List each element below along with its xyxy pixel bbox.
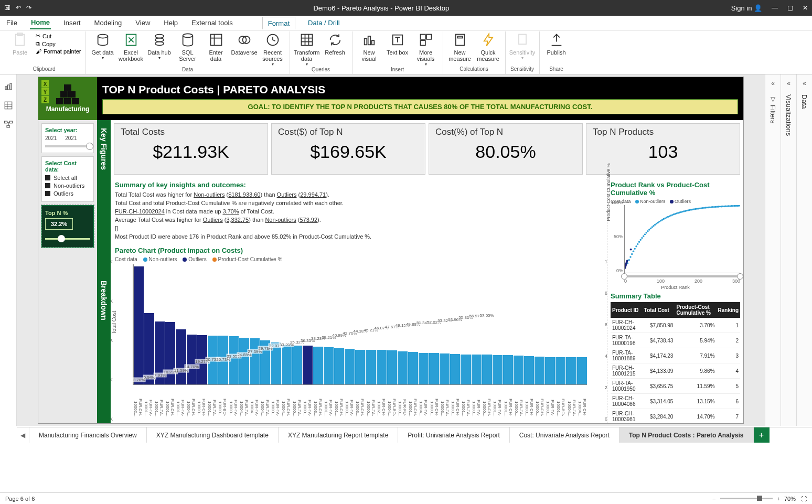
bar[interactable] — [324, 347, 334, 384]
table-row[interactable]: FUR-CH-10004086$3,314.0513.15%6 — [611, 394, 740, 409]
tab-profit-analysis[interactable]: Profit: Univariate Analysis Report — [398, 427, 509, 443]
kpi-cost-pct-top-n[interactable]: Cost(%) of Top N80.05% — [429, 123, 583, 175]
data-view-icon[interactable] — [4, 101, 13, 110]
bar[interactable] — [250, 338, 260, 384]
bar[interactable] — [419, 353, 429, 384]
data-pane-collapsed[interactable]: « Data — [796, 74, 812, 426]
bar[interactable] — [440, 353, 450, 384]
table-row[interactable]: FUR-CH-10002024$7,850.983.70%1 — [611, 318, 740, 333]
bar[interactable] — [313, 347, 323, 384]
table-row[interactable]: FUR-TA-10001932$3,251.2916.23%8 — [611, 424, 740, 426]
bar[interactable] — [535, 357, 544, 384]
tab-scroll-left[interactable]: ◀ — [17, 427, 29, 443]
table-row[interactable]: FUR-CH-10003981$3,284.2014.70%7 — [611, 409, 740, 424]
maximize-icon[interactable]: ▢ — [787, 4, 793, 12]
checkbox-select-all[interactable]: Select all — [45, 175, 90, 181]
zoom-slider[interactable] — [720, 498, 773, 499]
bar[interactable] — [144, 313, 154, 384]
menu-external-tools[interactable]: External tools — [190, 17, 234, 29]
tab-dashboard-template[interactable]: XYZ Manufacturing Dashboard template — [147, 427, 279, 443]
chevron-left-icon[interactable]: « — [787, 80, 790, 87]
get-data-button[interactable]: Get data▾ — [90, 33, 115, 60]
bar[interactable] — [482, 355, 492, 384]
scatter-xrange-slider[interactable] — [624, 275, 740, 277]
bar[interactable] — [514, 356, 523, 384]
bar[interactable] — [387, 350, 397, 384]
bar[interactable] — [355, 350, 365, 384]
bar[interactable] — [461, 355, 471, 384]
bar[interactable] — [282, 345, 292, 384]
bar[interactable] — [334, 348, 344, 384]
report-page[interactable]: XYZ Manufacturing TOP N Product Costs | … — [38, 77, 744, 424]
kpi-total-costs[interactable]: Total Costs$211.93K — [114, 123, 268, 175]
tab-pareto-analysis[interactable]: Top N Product Costs : Pareto Analysis — [619, 427, 754, 443]
chevron-left-icon[interactable]: « — [803, 80, 806, 87]
new-visual-button[interactable]: New visual — [357, 33, 382, 62]
bar[interactable] — [239, 338, 249, 384]
fit-to-page-button[interactable]: ⛶ — [801, 496, 807, 502]
bar[interactable] — [555, 357, 565, 384]
bar[interactable] — [566, 357, 576, 384]
bar[interactable] — [398, 351, 408, 384]
checkbox-outliers[interactable]: Outliers — [45, 190, 90, 197]
dataverse-button[interactable]: Dataverse — [232, 33, 257, 56]
bar[interactable] — [472, 355, 482, 384]
bar[interactable] — [366, 350, 376, 384]
sql-server-button[interactable]: SQL Server — [175, 33, 200, 62]
bar[interactable] — [429, 353, 439, 384]
menu-help[interactable]: Help — [163, 17, 179, 29]
recent-sources-button[interactable]: Recent sources▾ — [260, 33, 285, 67]
bar[interactable] — [292, 346, 302, 384]
data-hub-button[interactable]: Data hub▾ — [147, 33, 172, 60]
zoom-in-button[interactable]: + — [777, 496, 780, 502]
kpi-cost-top-n[interactable]: Cost($) of Top N$169.65K — [271, 123, 425, 175]
table-row[interactable]: FUR-TA-10000198$4,738.435.94%2 — [611, 333, 740, 348]
refresh-button[interactable]: Refresh — [323, 33, 348, 56]
summary-table[interactable]: Product ID Total Cost Product-Cost Cumul… — [611, 302, 740, 426]
bar[interactable] — [524, 356, 534, 384]
new-measure-button[interactable]: New measure — [447, 33, 473, 62]
bar[interactable] — [408, 352, 418, 384]
bar[interactable] — [165, 322, 175, 384]
tab-manufacturing-overview[interactable]: Manufacturing Financials Overview — [29, 427, 147, 443]
signin-button[interactable]: Sign in 👤 — [731, 4, 762, 12]
undo-icon[interactable]: ↶ — [16, 4, 21, 12]
text-box-button[interactable]: Text box — [385, 33, 410, 56]
menu-view[interactable]: View — [134, 17, 151, 29]
report-view-icon[interactable] — [4, 82, 13, 91]
menu-file[interactable]: File — [5, 17, 18, 29]
table-row[interactable]: FUR-CH-10001215$4,133.099.86%4 — [611, 363, 740, 379]
bar[interactable] — [545, 357, 555, 384]
tab-cost-analysis[interactable]: Cost: Univariate Analysis Report — [510, 427, 619, 443]
tab-report-template[interactable]: XYZ Manufacturing Report template — [279, 427, 398, 443]
bar[interactable] — [303, 346, 313, 384]
model-view-icon[interactable] — [4, 120, 13, 129]
bar[interactable] — [503, 355, 513, 384]
more-visuals-button[interactable]: More visuals▾ — [413, 33, 439, 67]
zoom-out-button[interactable]: − — [712, 496, 715, 502]
cost-data-slicer[interactable]: Select Cost data: Select all Non-outlier… — [41, 156, 94, 202]
bar[interactable] — [345, 349, 355, 384]
top-n-slider[interactable] — [45, 238, 90, 240]
bar[interactable] — [176, 329, 186, 384]
top-n-slicer[interactable]: Top N % 32.2% — [41, 205, 94, 248]
bar[interactable] — [134, 266, 144, 384]
bar[interactable] — [377, 350, 387, 384]
publish-button[interactable]: Publish — [544, 33, 569, 56]
chevron-left-icon[interactable]: « — [771, 80, 775, 87]
menu-home[interactable]: Home — [30, 16, 51, 29]
cut-button[interactable]: ✂Cut — [36, 33, 81, 39]
year-slider[interactable] — [45, 145, 90, 147]
format-painter-button[interactable]: 🖌Format painter — [36, 48, 81, 55]
bar[interactable] — [493, 355, 503, 384]
pareto-chart[interactable]: Total Cost Product-Cost Cumulative % $0K… — [115, 264, 603, 422]
bar[interactable] — [577, 357, 587, 384]
bar[interactable] — [450, 354, 460, 384]
transform-data-button[interactable]: Transform data▾ — [294, 33, 319, 67]
year-slicer[interactable]: Select year: 20212021 — [41, 123, 94, 153]
redo-icon[interactable]: ↷ — [26, 4, 31, 12]
menu-modeling[interactable]: Modeling — [93, 17, 123, 29]
menu-format[interactable]: Format — [262, 17, 295, 29]
copy-button[interactable]: ⧉Copy — [36, 40, 81, 47]
checkbox-non-outliers[interactable]: Non-outliers — [45, 183, 90, 189]
